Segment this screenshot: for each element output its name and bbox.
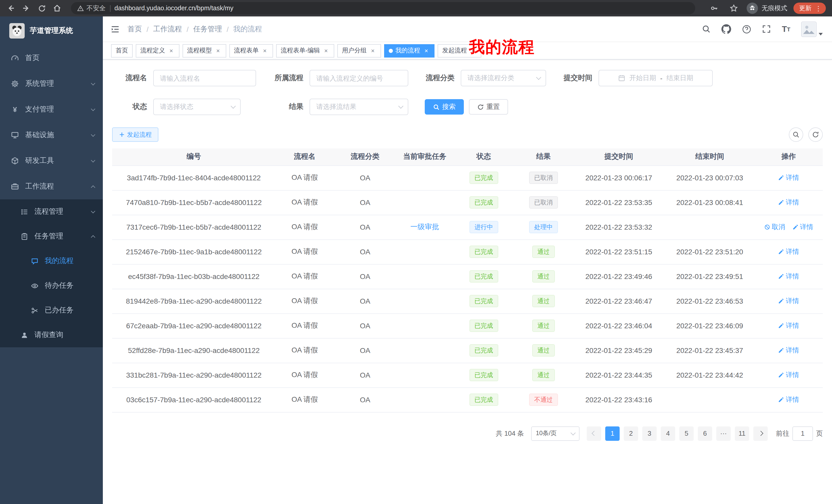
date-range-picker[interactable]: 开始日期 - 结束日期: [599, 70, 713, 86]
filter-status: 状态 请选择状态: [119, 99, 256, 115]
close-icon[interactable]: ×: [369, 48, 376, 54]
column-header-status: 状态: [453, 148, 515, 165]
start-process-button[interactable]: 发起流程: [112, 128, 158, 142]
prev-page-button[interactable]: [587, 426, 601, 441]
sidebar-item-my-process[interactable]: 我的流程: [0, 249, 103, 273]
status-tag: 已完成: [469, 295, 498, 307]
page-button-1[interactable]: 1: [605, 426, 620, 441]
breadcrumb-home[interactable]: 首页: [128, 24, 142, 34]
tab-process-definition[interactable]: 流程定义×: [136, 44, 179, 57]
reset-button[interactable]: 重置: [469, 99, 508, 115]
current-task-link[interactable]: 一级审批: [410, 222, 439, 231]
forward-button[interactable]: [20, 2, 33, 15]
help-button[interactable]: [742, 24, 752, 34]
search-button[interactable]: 搜索: [425, 99, 464, 115]
chevron-down-icon: [91, 209, 95, 213]
close-icon[interactable]: ×: [167, 48, 175, 54]
sidebar-toggle-button[interactable]: [103, 24, 128, 34]
filter-row-2: 状态 请选择状态 结果 请选择流结果 搜索: [112, 99, 823, 115]
browser-menu-icon[interactable]: ⋮: [813, 5, 823, 11]
refresh-icon: [477, 104, 484, 110]
result-tag: 通过: [532, 319, 555, 332]
sidebar-item-infrastructure[interactable]: 基础设施: [0, 122, 103, 148]
tab-process-form-edit[interactable]: 流程表单-编辑×: [276, 44, 334, 57]
next-page-button[interactable]: [753, 426, 768, 441]
page-button-4[interactable]: 4: [661, 426, 675, 441]
update-button[interactable]: 更新 ⋮: [794, 3, 826, 14]
page-button-3[interactable]: 3: [642, 426, 657, 441]
detail-link[interactable]: 详情: [778, 346, 799, 355]
page-ellipsis[interactable]: ···: [716, 426, 731, 441]
security-status[interactable]: 不安全: [77, 4, 106, 12]
close-icon[interactable]: ×: [261, 48, 268, 54]
home-button[interactable]: [50, 2, 64, 15]
sidebar-item-workflow[interactable]: 工作流程: [0, 174, 103, 199]
breadcrumb-task-management[interactable]: 任务管理: [193, 24, 222, 34]
chevron-up-icon: [91, 235, 95, 240]
close-icon[interactable]: ×: [214, 48, 222, 54]
close-icon[interactable]: ×: [322, 48, 330, 54]
password-key-button[interactable]: [707, 2, 721, 15]
detail-link[interactable]: 详情: [792, 222, 813, 232]
sidebar-item-home[interactable]: 首页: [0, 45, 103, 71]
filter-row-1: 流程名 所属流程 流程分类 请选择流程分类 提交时间: [112, 70, 823, 86]
status-select[interactable]: 请选择状态: [153, 99, 241, 115]
github-link[interactable]: [722, 24, 731, 34]
process-def-input[interactable]: [310, 70, 408, 86]
sidebar-item-process-management[interactable]: 流程管理: [0, 199, 103, 224]
sidebar-item-done-tasks[interactable]: 已办任务: [0, 298, 103, 323]
reload-button[interactable]: [35, 2, 48, 15]
result-select[interactable]: 请选择流结果: [310, 99, 408, 115]
back-button[interactable]: [4, 2, 18, 15]
detail-link[interactable]: 详情: [778, 173, 799, 183]
sidebar-item-system[interactable]: 系统管理: [0, 71, 103, 96]
category-select[interactable]: 请选择流程分类: [461, 70, 546, 86]
detail-link[interactable]: 详情: [778, 198, 799, 207]
tab-user-group[interactable]: 用户分组×: [337, 44, 381, 57]
tab-my-process[interactable]: 我的流程×: [384, 44, 435, 57]
sidebar-item-payment[interactable]: ¥ 支付管理: [0, 96, 103, 122]
sidebar-item-devtools[interactable]: 研发工具: [0, 148, 103, 174]
header-search-button[interactable]: [702, 25, 711, 33]
page-button-2[interactable]: 2: [624, 426, 638, 441]
bookmark-button[interactable]: [727, 2, 740, 15]
result-tag: 通过: [532, 369, 555, 381]
avatar[interactable]: [801, 21, 816, 37]
font-size-button[interactable]: TT: [782, 24, 790, 34]
toggle-search-button[interactable]: [789, 128, 803, 142]
tab-process-form[interactable]: 流程表单×: [229, 44, 273, 57]
pagination-goto: 前往 页: [776, 426, 823, 441]
page-button-11[interactable]: 11: [735, 426, 749, 441]
detail-link[interactable]: 详情: [778, 395, 799, 404]
detail-link[interactable]: 详情: [778, 321, 799, 330]
home-icon: [53, 4, 61, 12]
page-size-select[interactable]: 10条/页: [531, 426, 579, 441]
close-icon[interactable]: ×: [423, 48, 430, 54]
user-menu[interactable]: [801, 21, 823, 37]
chevron-right-icon: [758, 431, 763, 436]
cancel-link[interactable]: 取消: [764, 222, 785, 232]
page-button-5[interactable]: 5: [679, 426, 694, 441]
sidebar-item-leave-query[interactable]: 请假查询: [0, 323, 103, 347]
goto-suffix: 页: [816, 429, 823, 438]
page-content: 流程名 所属流程 流程分类 请选择流程分类 提交时间: [103, 60, 832, 504]
process-name-input[interactable]: [153, 70, 256, 86]
column-header-submit-time: 提交时间: [573, 148, 665, 165]
tab-home[interactable]: 首页: [111, 44, 133, 57]
caret-down-icon: [818, 33, 823, 35]
fullscreen-button[interactable]: [762, 25, 771, 33]
chevron-down-icon: [571, 430, 576, 435]
sidebar-item-todo-tasks[interactable]: 待办任务: [0, 273, 103, 298]
address-bar[interactable]: 不安全 dashboard.yudao.iocoder.cn/bpm/task/…: [71, 2, 695, 15]
detail-link[interactable]: 详情: [778, 370, 799, 380]
detail-link[interactable]: 详情: [778, 272, 799, 281]
sidebar-item-task-management[interactable]: 任务管理: [0, 224, 103, 249]
detail-link[interactable]: 详情: [778, 247, 799, 256]
page-button-6[interactable]: 6: [698, 426, 712, 441]
refresh-button[interactable]: [808, 128, 823, 142]
tab-process-model[interactable]: 流程模型×: [183, 44, 226, 57]
breadcrumb-workflow[interactable]: 工作流程: [153, 24, 182, 34]
start-date-placeholder: 开始日期: [629, 74, 656, 83]
detail-link[interactable]: 详情: [778, 297, 799, 306]
goto-page-input[interactable]: [792, 426, 813, 441]
